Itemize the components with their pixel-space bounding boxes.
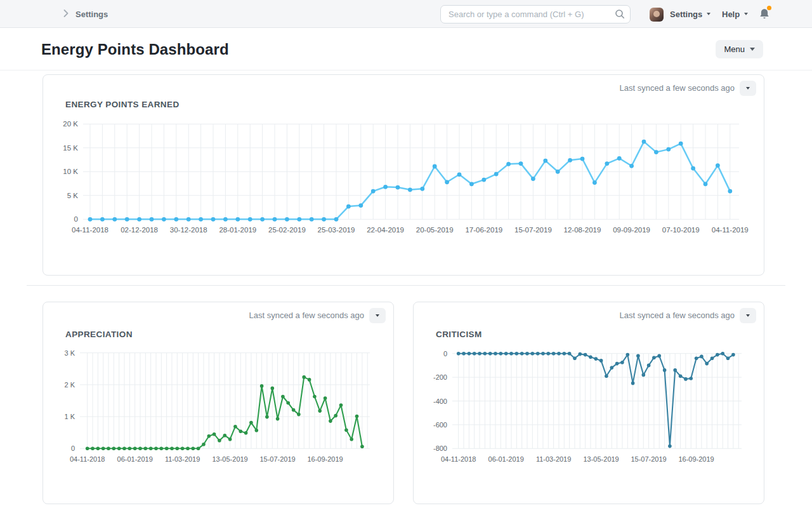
svg-text:20 K: 20 K — [63, 120, 78, 128]
section-divider — [27, 285, 785, 286]
caret-down-icon — [750, 48, 755, 51]
chart-title: APPRECIATION — [65, 330, 133, 339]
svg-text:30-12-2018: 30-12-2018 — [170, 226, 207, 234]
svg-text:07-10-2019: 07-10-2019 — [662, 226, 700, 234]
energy-points-dashboard-page: Settings Settings Help — [0, 0, 812, 508]
notification-dot — [767, 6, 771, 10]
svg-text:13-05-2019: 13-05-2019 — [583, 455, 619, 463]
svg-text:0: 0 — [71, 444, 75, 452]
energy-points-earned-card: Last synced a few seconds ago ENERGY POI… — [43, 74, 764, 276]
notifications-bell-button[interactable] — [759, 8, 771, 21]
svg-text:04-11-2018: 04-11-2018 — [70, 455, 105, 463]
caret-down-icon — [744, 13, 748, 15]
appreciation-card: Last synced a few seconds ago APPRECIATI… — [43, 302, 394, 504]
card-dropdown-button[interactable] — [740, 81, 756, 96]
page-title: Energy Points Dashboard — [41, 41, 229, 58]
navbar-help-dropdown[interactable]: Help — [722, 0, 748, 28]
chart-title: CRITICISM — [436, 330, 482, 339]
svg-text:0: 0 — [74, 215, 78, 223]
last-synced-label: Last synced a few seconds ago — [249, 311, 364, 320]
svg-text:09-09-2019: 09-09-2019 — [613, 226, 650, 234]
energy-points-line-chart: 05 K10 K15 K20 K04-11-201802-12-201830-1… — [55, 114, 759, 244]
svg-text:15-07-2019: 15-07-2019 — [514, 226, 552, 234]
svg-text:15-07-2019: 15-07-2019 — [631, 455, 666, 463]
svg-text:11-03-2019: 11-03-2019 — [536, 455, 571, 463]
bell-icon — [759, 11, 769, 22]
navbar-help-label: Help — [722, 10, 740, 19]
breadcrumb-settings-link[interactable]: Settings — [75, 10, 108, 19]
svg-text:16-09-2019: 16-09-2019 — [307, 455, 343, 463]
chevron-right-icon — [63, 8, 69, 20]
svg-text:-800: -800 — [433, 444, 447, 452]
last-synced-label: Last synced a few seconds ago — [620, 311, 735, 320]
navbar: Settings Settings Help — [0, 0, 812, 28]
navbar-settings-label: Settings — [670, 10, 702, 19]
caret-down-icon — [746, 87, 750, 90]
svg-text:28-01-2019: 28-01-2019 — [219, 226, 256, 234]
chart-title: ENERGY POINTS EARNED — [65, 100, 180, 109]
svg-text:3 K: 3 K — [64, 349, 75, 357]
svg-text:15 K: 15 K — [63, 144, 78, 152]
svg-text:17-06-2019: 17-06-2019 — [465, 226, 502, 234]
svg-text:25-03-2019: 25-03-2019 — [318, 226, 355, 234]
svg-text:06-01-2019: 06-01-2019 — [488, 455, 524, 463]
svg-text:12-08-2019: 12-08-2019 — [564, 226, 601, 234]
last-synced-label: Last synced a few seconds ago — [620, 83, 735, 93]
global-search — [440, 5, 631, 23]
svg-text:-200: -200 — [433, 373, 447, 381]
svg-text:04-11-2018: 04-11-2018 — [441, 455, 476, 463]
svg-text:16-09-2019: 16-09-2019 — [678, 455, 714, 463]
criticism-line-chart: 0-200-400-600-80004-11-201806-01-201911-… — [419, 346, 749, 470]
svg-text:11-03-2019: 11-03-2019 — [165, 455, 200, 463]
svg-text:02-12-2018: 02-12-2018 — [121, 226, 158, 234]
svg-text:2 K: 2 K — [64, 381, 75, 389]
search-icon — [615, 9, 625, 22]
navbar-settings-dropdown[interactable]: Settings — [670, 0, 710, 28]
menu-button[interactable]: Menu — [716, 40, 763, 58]
svg-text:5 K: 5 K — [67, 192, 79, 199]
avatar[interactable] — [650, 8, 664, 22]
caret-down-icon — [746, 314, 750, 317]
svg-text:1 K: 1 K — [64, 413, 75, 420]
svg-text:20-05-2019: 20-05-2019 — [416, 226, 454, 234]
caret-down-icon — [376, 314, 379, 317]
svg-text:25-02-2019: 25-02-2019 — [268, 226, 306, 234]
search-input[interactable] — [440, 5, 631, 23]
svg-text:22-04-2019: 22-04-2019 — [367, 226, 404, 234]
card-dropdown-button[interactable] — [369, 308, 386, 323]
criticism-card: Last synced a few seconds ago CRITICISM … — [413, 302, 764, 504]
svg-text:04-11-2018: 04-11-2018 — [72, 226, 108, 234]
svg-text:-600: -600 — [433, 421, 447, 429]
breadcrumb[interactable]: Settings — [63, 0, 108, 28]
svg-text:04-11-2019: 04-11-2019 — [712, 226, 749, 234]
svg-text:13-05-2019: 13-05-2019 — [212, 455, 247, 463]
svg-text:10 K: 10 K — [63, 168, 78, 175]
caret-down-icon — [707, 13, 710, 15]
appreciation-line-chart: 01 K2 K3 K04-11-201806-01-201911-03-2019… — [55, 346, 384, 470]
card-dropdown-button[interactable] — [740, 308, 756, 323]
svg-text:0: 0 — [443, 350, 447, 358]
svg-text:-400: -400 — [433, 398, 447, 405]
svg-text:06-01-2019: 06-01-2019 — [117, 455, 153, 463]
svg-text:15-07-2019: 15-07-2019 — [259, 455, 295, 463]
page-header: Energy Points Dashboard Menu — [0, 28, 812, 70]
menu-button-label: Menu — [724, 44, 745, 54]
